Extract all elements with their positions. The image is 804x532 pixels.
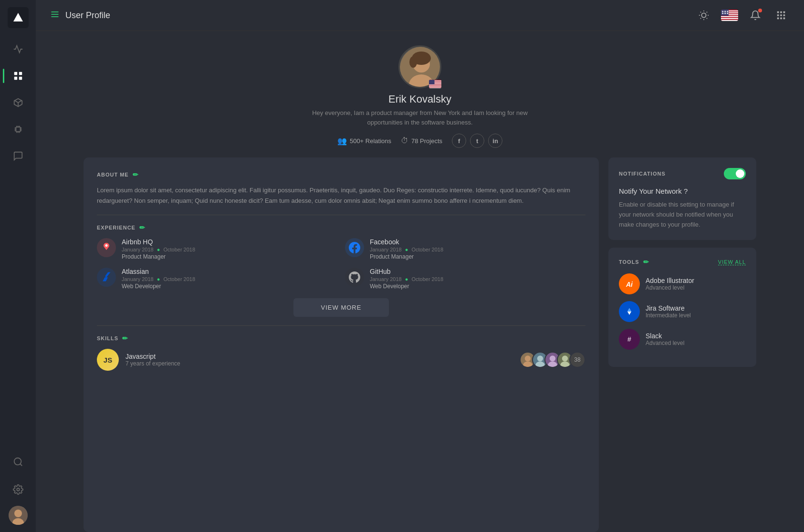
facebook-social-button[interactable]: f (452, 134, 466, 148)
slack-level: Advanced level (646, 340, 684, 346)
svg-rect-55 (783, 18, 785, 20)
svg-rect-50 (777, 14, 779, 16)
jira-name: Jira Software (646, 304, 691, 312)
sidebar-item-pulse[interactable] (7, 38, 30, 61)
about-section-header: ABOUT ME ✏ (97, 171, 585, 178)
facebook-info: Facebook January 2018 ● October 2018 Pro… (370, 238, 443, 260)
notifications-bell-icon[interactable] (747, 7, 764, 24)
svg-rect-2 (19, 72, 21, 75)
adobe-illustrator-name: Adobe Illustrator (646, 277, 694, 284)
view-all-link[interactable]: VIEW ALL (718, 259, 746, 265)
about-label: ABOUT ME (97, 172, 129, 177)
profile-section: Erik Kovalsky Hey everyone, Iam a produc… (36, 31, 804, 157)
sidebar-item-cube[interactable] (7, 91, 30, 114)
exp-github: GitHub January 2018 ● October 2018 Web D… (345, 268, 585, 290)
svg-rect-65 (429, 84, 441, 85)
sidebar-item-grid[interactable] (7, 64, 30, 87)
sidebar-item-chip[interactable] (7, 118, 30, 141)
relations-stat: 👥 500+ Relations (337, 136, 391, 146)
slack-name: Slack (646, 332, 684, 340)
notify-desc: Enable or disable this setting to manage… (619, 200, 746, 229)
svg-text:#: # (627, 335, 631, 343)
github-role: Web Developer (370, 283, 443, 290)
projects-icon: ⏱ (401, 136, 408, 145)
profile-stats: 👥 500+ Relations ⏱ 78 Projects f t in (337, 134, 502, 148)
view-more-button[interactable]: VIEW MORE (293, 298, 389, 317)
app-logo[interactable] (8, 7, 29, 28)
sidebar-item-search[interactable] (7, 450, 30, 473)
projects-count: 78 Projects (411, 137, 442, 145)
tools-card: TOOLS ✏ VIEW ALL Ai Adobe Illustrator (608, 248, 756, 367)
main-content: User Profile (36, 0, 804, 532)
adobe-illustrator-info: Adobe Illustrator Advanced level (646, 277, 694, 291)
svg-text:Ai: Ai (626, 281, 633, 288)
svg-rect-4 (19, 77, 21, 80)
exp-atlassian: Atlassian January 2018 ● October 2018 We… (97, 268, 337, 290)
sidebar-item-settings[interactable] (7, 478, 30, 501)
skills-edit-icon[interactable]: ✏ (122, 334, 128, 342)
airbnb-logo (97, 238, 116, 257)
svg-rect-54 (780, 18, 782, 20)
atlassian-logo (97, 268, 116, 287)
slack-info: Slack Advanced level (646, 332, 684, 346)
social-icons: f t in (452, 134, 502, 148)
hamburger-icon[interactable] (50, 10, 60, 21)
svg-rect-53 (777, 18, 779, 20)
svg-point-21 (17, 488, 20, 491)
svg-rect-52 (783, 14, 785, 16)
sidebar (0, 0, 36, 532)
current-user-avatar[interactable] (9, 506, 28, 525)
relations-count: 500+ Relations (350, 137, 391, 145)
svg-rect-3 (14, 77, 17, 80)
notifications-toggle[interactable] (724, 168, 746, 179)
top-header: User Profile (36, 0, 804, 31)
svg-point-28 (701, 13, 706, 17)
svg-point-71 (525, 355, 531, 361)
svg-point-60 (409, 56, 417, 68)
about-edit-icon[interactable]: ✏ (133, 171, 139, 178)
svg-rect-49 (783, 11, 785, 13)
svg-line-32 (707, 18, 707, 19)
svg-point-74 (537, 355, 543, 361)
javascript-info: Javascript 7 years of experience (125, 353, 513, 367)
right-panel: NOTIFICATIONS Notify Your Network ? Enab… (608, 157, 756, 532)
atlassian-company: Atlassian (122, 268, 195, 275)
svg-rect-6 (16, 127, 20, 131)
apps-grid-icon[interactable] (773, 7, 790, 24)
svg-text:★★★: ★★★ (721, 10, 729, 13)
svg-line-36 (707, 12, 707, 12)
twitter-social-button[interactable]: t (470, 134, 484, 148)
body-grid: ABOUT ME ✏ Lorem ipsum dolor sit amet, c… (36, 157, 804, 532)
theme-toggle-icon[interactable] (695, 7, 712, 24)
svg-line-31 (700, 12, 701, 12)
linkedin-social-button[interactable]: in (488, 134, 502, 148)
svg-line-20 (20, 464, 22, 466)
about-text: Lorem ipsum dolor sit amet, consectetur … (97, 185, 585, 206)
sidebar-bottom (7, 450, 30, 525)
notification-dot (758, 9, 762, 12)
svg-rect-48 (780, 11, 782, 13)
jira-logo (619, 301, 640, 322)
atlassian-role: Web Developer (122, 283, 195, 290)
svg-point-77 (550, 355, 555, 361)
javascript-exp: 7 years of experience (125, 360, 513, 367)
relations-icon: 👥 (337, 136, 347, 146)
experience-edit-icon[interactable]: ✏ (139, 224, 146, 231)
header-left: User Profile (50, 10, 110, 21)
facebook-logo (345, 238, 364, 257)
toggle-knob (736, 169, 744, 178)
page-title: User Profile (65, 10, 110, 21)
tools-edit-icon[interactable]: ✏ (643, 258, 649, 266)
airbnb-dates: January 2018 ● October 2018 (122, 247, 195, 252)
skills-section-header: SKILLS ✏ (97, 334, 585, 342)
sidebar-item-chat[interactable] (7, 145, 30, 167)
skill-avatars: 38 (520, 352, 585, 368)
airbnb-info: Airbnb HQ January 2018 ● October 2018 Pr… (122, 238, 195, 260)
language-flag[interactable]: ★★★ ★★★ (721, 10, 738, 21)
divider-2 (97, 325, 585, 326)
svg-point-23 (14, 510, 22, 517)
notify-title: Notify Your Network ? (619, 187, 746, 195)
sidebar-navigation (0, 38, 36, 167)
skill-count: 38 (569, 352, 585, 368)
tool-adobe-illustrator: Ai Adobe Illustrator Advanced level (619, 273, 746, 294)
